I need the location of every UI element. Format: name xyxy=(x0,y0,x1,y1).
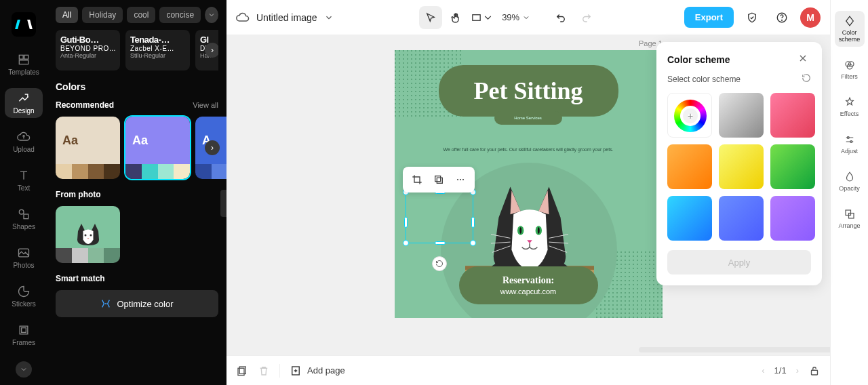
nav-label: Design xyxy=(13,107,34,115)
arrange-tool[interactable]: Arrange xyxy=(835,204,865,233)
svg-rect-0 xyxy=(19,55,23,59)
nav-frames[interactable]: Frames xyxy=(5,320,43,350)
nav-label: Upload xyxy=(13,146,35,153)
scheme-swatch[interactable] xyxy=(667,144,712,189)
select-scheme-label: Select color scheme xyxy=(667,75,741,84)
font-row-next-button[interactable]: › xyxy=(205,43,218,58)
tab-holiday[interactable]: Holiday xyxy=(82,7,123,23)
undo-button[interactable] xyxy=(549,6,572,29)
close-button[interactable] xyxy=(797,53,811,66)
zoom-control[interactable]: 39% xyxy=(496,12,536,22)
title-badge[interactable]: Pet Sitting Home Services xyxy=(439,65,618,117)
from-photo-card[interactable] xyxy=(56,206,120,263)
lock-icon[interactable] xyxy=(808,365,821,377)
hand-tool[interactable] xyxy=(445,6,468,29)
adjust-tool[interactable]: Adjust xyxy=(835,129,865,159)
crop-button[interactable] xyxy=(408,171,426,188)
nav-design[interactable]: Design xyxy=(5,88,43,118)
font-card[interactable]: Tenada-…Zacbel X-E…Stilu-Regular xyxy=(125,30,190,70)
nav-shapes[interactable]: Shapes xyxy=(5,204,43,234)
add-page-button[interactable]: Add page xyxy=(290,365,345,377)
reset-scheme-button[interactable] xyxy=(802,73,811,85)
design-canvas[interactable]: Pet Sitting Home Services We offer full … xyxy=(395,50,663,318)
scheme-swatch[interactable] xyxy=(719,144,764,189)
color-wheel-swatch[interactable]: + xyxy=(667,93,712,138)
canvas-scrollbar[interactable] xyxy=(639,347,830,352)
shield-icon[interactable] xyxy=(741,6,764,29)
scheme-swatch-grid: + xyxy=(667,93,811,241)
nav-photos[interactable]: Photos xyxy=(5,243,43,272)
pages-icon[interactable] xyxy=(236,365,248,377)
color-scheme-tool[interactable]: Color scheme xyxy=(835,11,865,47)
nav-stickers[interactable]: Stickers xyxy=(5,281,43,311)
top-bar: Untitled image 39% Export M xyxy=(226,0,830,35)
palette-card[interactable]: Aa xyxy=(125,117,190,179)
left-nav-rail: Templates Design Upload Text Shapes Phot… xyxy=(0,0,47,385)
opacity-tool[interactable]: Opacity xyxy=(835,167,865,196)
resize-handle[interactable] xyxy=(470,240,476,246)
tab-concise[interactable]: concise xyxy=(159,7,201,23)
bottom-bar: Add page ‹ 1/1 › xyxy=(226,355,830,385)
export-button[interactable]: Export xyxy=(684,7,734,28)
selection-box[interactable] xyxy=(406,192,473,243)
rotate-handle[interactable] xyxy=(432,256,447,271)
colors-section-title: Colors xyxy=(56,81,218,92)
palette-card[interactable]: Aa xyxy=(56,117,120,179)
more-options-button[interactable] xyxy=(452,171,469,188)
scheme-swatch[interactable] xyxy=(719,93,764,138)
svg-rect-34 xyxy=(848,214,854,219)
tab-all[interactable]: All xyxy=(56,7,78,23)
scheme-swatch[interactable] xyxy=(770,93,815,138)
nav-text[interactable]: Text xyxy=(5,165,43,195)
font-card[interactable]: Guti-Bo…BEYOND PRO…Anta-Regular xyxy=(56,30,120,70)
zoom-value: 39% xyxy=(502,12,519,22)
duplicate-button[interactable] xyxy=(430,171,448,188)
canvas-size-tool[interactable] xyxy=(471,6,494,29)
resize-handle[interactable] xyxy=(404,217,408,228)
description-text[interactable]: We offer full care for your pets. Our sk… xyxy=(395,147,663,152)
tab-cool[interactable]: cool xyxy=(127,7,155,23)
font-line: Stilu-Regular xyxy=(130,52,185,59)
panel-collapse-handle[interactable] xyxy=(220,190,226,217)
nav-upload[interactable]: Upload xyxy=(5,127,43,157)
svg-point-17 xyxy=(519,227,521,234)
optimize-color-label: Optimize color xyxy=(117,299,173,309)
reservation-badge[interactable]: Reservation: www.capcut.com xyxy=(459,266,598,304)
svg-rect-10 xyxy=(473,14,480,20)
tabs-more-button[interactable] xyxy=(205,7,218,23)
nav-label: Text xyxy=(18,184,30,192)
apply-button: Apply xyxy=(667,250,811,275)
rr-label: Filters xyxy=(841,73,858,80)
scheme-swatch[interactable] xyxy=(770,196,815,241)
resize-handle[interactable] xyxy=(403,240,409,246)
view-all-link[interactable]: View all xyxy=(193,101,218,109)
app-logo[interactable] xyxy=(12,12,36,37)
delete-page-button xyxy=(258,365,270,377)
optimize-color-button[interactable]: Optimize color xyxy=(56,290,218,317)
cloud-sync-icon xyxy=(236,11,250,24)
font-line: Anta-Regular xyxy=(60,52,115,59)
recommended-title: Recommended xyxy=(56,100,114,110)
select-tool[interactable] xyxy=(419,6,442,29)
nav-more-button[interactable] xyxy=(16,361,32,378)
scheme-swatch[interactable] xyxy=(719,196,764,241)
filters-tool[interactable]: Filters xyxy=(835,55,865,84)
prev-page-button: ‹ xyxy=(762,365,764,376)
title-text: Pet Sitting xyxy=(474,77,583,105)
svg-point-9 xyxy=(90,235,92,237)
nav-templates[interactable]: Templates xyxy=(5,49,43,79)
scheme-swatch[interactable] xyxy=(770,144,815,189)
scheme-swatch[interactable] xyxy=(667,196,712,241)
font-line: Tenada-… xyxy=(130,35,185,45)
resize-handle[interactable] xyxy=(435,241,446,245)
help-icon[interactable] xyxy=(770,6,793,29)
resize-handle[interactable] xyxy=(471,217,475,228)
page-counter: 1/1 xyxy=(774,365,787,376)
effects-tool[interactable]: Effects xyxy=(835,92,865,121)
user-avatar[interactable]: M xyxy=(800,7,821,28)
nav-label: Frames xyxy=(12,339,35,346)
project-title[interactable]: Untitled image xyxy=(256,12,317,23)
rr-label: Effects xyxy=(840,110,859,117)
recommended-next-button[interactable]: › xyxy=(205,140,220,155)
title-dropdown-icon[interactable] xyxy=(324,13,334,22)
